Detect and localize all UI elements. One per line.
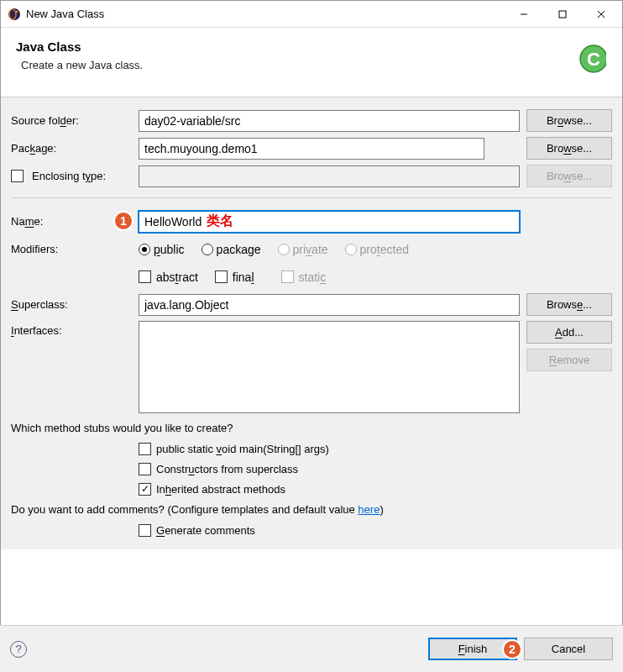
page-subtitle: Create a new Java class. xyxy=(21,59,563,71)
modifiers-row-2: abstract final static xyxy=(11,265,612,288)
enclosing-type-row: Enclosing type: Browse... xyxy=(11,165,612,187)
source-folder-row: Source folder: Browse... xyxy=(11,109,612,132)
interfaces-listbox[interactable] xyxy=(139,321,520,413)
chk-main-label: public static void main(String[] args) xyxy=(156,443,329,455)
method-stubs-section: Which method stubs would you like to cre… xyxy=(11,422,612,498)
minimize-button[interactable] xyxy=(505,2,543,27)
modifier-static: static xyxy=(281,270,327,284)
source-folder-input[interactable] xyxy=(139,110,520,132)
divider xyxy=(11,197,612,198)
modifier-protected: protected xyxy=(345,243,409,256)
enclosing-type-checkbox[interactable] xyxy=(11,170,24,182)
source-folder-label: Source folder: xyxy=(11,114,139,127)
package-row: Package: Browse... xyxy=(11,137,612,160)
maximize-button[interactable] xyxy=(543,2,582,27)
chk-static-icon xyxy=(281,270,294,283)
chk-final-icon xyxy=(215,270,228,283)
superclass-input[interactable] xyxy=(139,294,520,316)
modifiers-label: Modifiers: xyxy=(11,243,139,255)
method-stubs-question: Which method stubs would you like to cre… xyxy=(11,422,612,434)
enclosing-type-label: Enclosing type: xyxy=(32,170,106,182)
modifier-final[interactable]: final xyxy=(215,270,254,284)
remove-interface-button: Remove xyxy=(526,349,612,371)
package-label: Package: xyxy=(11,142,139,155)
footer: ? Finish 2 Cancel xyxy=(0,625,623,672)
configure-here-link[interactable]: here xyxy=(358,503,380,516)
header-text: Java Class Create a new Java class. xyxy=(16,39,563,83)
modifier-package[interactable]: package xyxy=(202,243,261,256)
svg-point-2 xyxy=(16,10,18,12)
window-title: New Java Class xyxy=(26,8,505,20)
chk-constructors-label: Constructors from superclass xyxy=(156,463,298,475)
chk-abstract-icon xyxy=(139,270,151,283)
titlebar: New Java Class xyxy=(1,1,622,28)
superclass-row: Superclass: Browse... xyxy=(11,293,612,316)
add-interface-button[interactable]: Add... xyxy=(526,321,612,344)
modifiers-row: Modifiers: public package private protec… xyxy=(11,238,612,260)
svg-text:C: C xyxy=(587,49,600,70)
enclosing-type-input xyxy=(139,165,520,187)
comments-question-prefix: Do you want to add comments? (Configure … xyxy=(11,503,358,516)
interfaces-row: Interfaces: Add... Remove xyxy=(11,321,612,413)
page-title: Java Class xyxy=(16,39,563,54)
header-pane: Java Class Create a new Java class. C xyxy=(1,28,622,97)
browse-enclosing-button: Browse... xyxy=(526,165,612,187)
class-icon: C xyxy=(563,39,607,83)
chk-main-method[interactable] xyxy=(139,443,151,455)
chk-inherited-label: Inherited abstract methods xyxy=(156,483,285,496)
help-icon[interactable]: ? xyxy=(10,641,27,658)
superclass-label: Superclass: xyxy=(11,298,139,311)
modifier-abstract[interactable]: abstract xyxy=(139,270,198,284)
comments-section: Do you want to add comments? (Configure … xyxy=(11,503,612,539)
eclipse-icon xyxy=(8,8,21,21)
chk-generate-comments-label: Generate comments xyxy=(156,524,255,537)
browse-superclass-button[interactable]: Browse... xyxy=(526,293,612,316)
annotation-badge-1: 1 xyxy=(113,211,134,231)
modifier-public[interactable]: public xyxy=(139,243,185,256)
radio-package-icon xyxy=(202,244,213,255)
window-controls xyxy=(505,2,620,27)
name-value-text: HelloWorld xyxy=(144,215,202,228)
chk-generate-comments[interactable] xyxy=(139,524,151,537)
svg-rect-4 xyxy=(559,11,566,18)
interfaces-label: Interfaces: xyxy=(11,321,139,337)
comments-question: Do you want to add comments? (Configure … xyxy=(11,503,612,516)
cancel-button[interactable]: Cancel xyxy=(524,638,613,660)
browse-package-button[interactable]: Browse... xyxy=(526,137,612,160)
name-annotation-text: 类名 xyxy=(207,213,233,230)
radio-public-icon xyxy=(139,244,150,255)
name-input[interactable]: HelloWorld 类名 xyxy=(139,211,520,233)
browse-source-button[interactable]: Browse... xyxy=(526,109,612,132)
close-button[interactable] xyxy=(582,2,620,27)
chk-constructors[interactable] xyxy=(139,463,151,475)
chk-inherited[interactable] xyxy=(139,483,151,496)
radio-private-icon xyxy=(278,244,290,255)
form-area: Source folder: Browse... Package: Browse… xyxy=(1,97,622,549)
radio-protected-icon xyxy=(345,244,357,255)
modifier-private: private xyxy=(278,243,328,256)
name-row: 1 Name: HelloWorld 类名 xyxy=(11,210,612,233)
annotation-badge-2: 2 xyxy=(502,639,522,659)
comments-question-suffix: ) xyxy=(380,503,383,516)
package-input[interactable] xyxy=(139,138,484,160)
